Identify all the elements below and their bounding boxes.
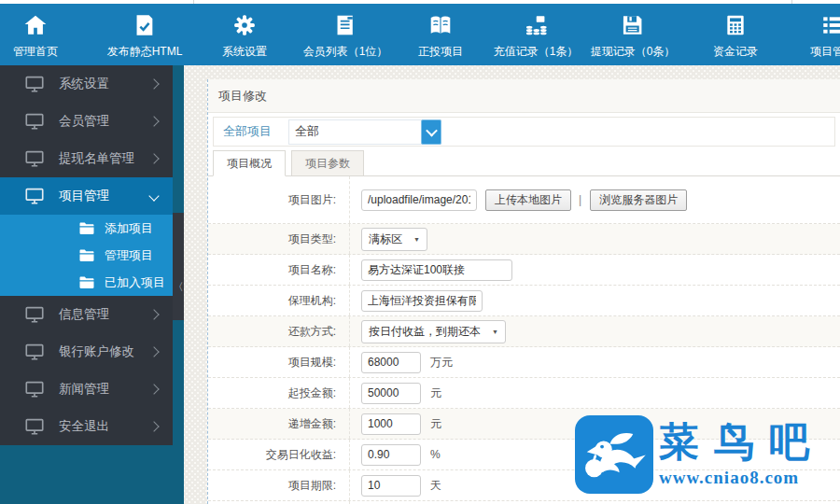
form-row-project-image: 项目图片: 上传本地图片 | 浏览服务器图片 (208, 176, 840, 224)
tab-project-overview[interactable]: 项目概况 (213, 150, 286, 176)
page-title: 项目修改 (218, 88, 267, 105)
sidebar-item-label: 系统设置 (59, 76, 109, 92)
nav-item-fund-records[interactable]: 资金记录 (713, 13, 758, 60)
top-nav: 管理首页 发布静态HTML 系统设置 会员列表（1位） 正投项目 充值记录（1条… (0, 4, 840, 65)
monitor-icon (24, 379, 45, 399)
nav-item-withdraw-records[interactable]: 提现记录（0条） (591, 13, 676, 60)
chevron-down-icon (426, 124, 438, 136)
sidebar-item-label: 信息管理 (59, 306, 109, 323)
project-image-input[interactable] (361, 189, 477, 211)
monitor-icon (24, 416, 45, 437)
field-label: 项目类型: (208, 224, 350, 254)
browse-server-image-button[interactable]: 浏览服务器图片 (590, 189, 687, 211)
nav-label: 充值记录（1条） (494, 44, 579, 60)
field-unit: 元 (430, 385, 441, 401)
nav-item-publish-html[interactable]: 发布静态HTML (107, 13, 183, 60)
sidebar-subitem-label: 已加入项目 (105, 274, 165, 291)
watermark-title: 菜鸟吧 (659, 415, 824, 468)
dove-logo-icon (575, 415, 653, 494)
project-scale-input[interactable] (361, 352, 421, 373)
sidebar-item-label: 提现名单管理 (59, 150, 134, 167)
increment-amount-input[interactable] (361, 413, 421, 435)
sidebar-item-member-management[interactable]: 会员管理 (0, 103, 173, 140)
field-label: 项目图片: (208, 176, 350, 223)
sidebar-item-label: 项目管理 (59, 188, 109, 204)
sidebar-item-label: 会员管理 (59, 113, 109, 130)
nav-item-admin-home[interactable]: 管理首页 (13, 13, 58, 60)
nav-label: 项目管理 (810, 44, 840, 60)
folder-icon (78, 221, 95, 235)
filter-selected-value: 全部 (289, 123, 319, 140)
publish-html-icon (133, 13, 157, 37)
form-row-project-type: 项目类型: 满标区 ▼ (208, 224, 840, 255)
nav-label: 资金记录 (713, 44, 758, 60)
home-icon (23, 13, 48, 37)
monitor-icon (24, 186, 45, 206)
upload-local-image-button[interactable]: 上传本地图片 (485, 189, 571, 211)
nav-item-member-list[interactable]: 会员列表（1位） (303, 13, 388, 60)
field-label: 保理机构: (208, 286, 350, 315)
form-row-guarantee-agency: 保理机构: (208, 286, 840, 316)
sidebar-item-label: 新闻管理 (59, 381, 109, 398)
nav-item-active-projects[interactable]: 正投项目 (418, 13, 463, 60)
field-label: 还款方式: (208, 316, 350, 346)
watermark-url: www.cniao8.com (659, 468, 824, 488)
sidebar-item-bank-account-edit[interactable]: 银行账户修改 (0, 333, 173, 371)
project-filter-select[interactable]: 全部 (288, 119, 441, 145)
field-label: 项目期限: (208, 470, 350, 500)
field-label: 起投金额: (208, 378, 350, 408)
sidebar-subitem-add-project[interactable]: 添加项目 (0, 215, 173, 242)
monitor-icon (24, 304, 45, 325)
sidebar-collapse-strip: 〈 (173, 65, 184, 504)
tab-bar: 项目概况 项目参数 (208, 147, 840, 176)
button-separator: | (579, 193, 581, 206)
field-label: 项目名称: (208, 255, 350, 285)
book-icon (428, 13, 453, 37)
sidebar-item-withdrawal-list-management[interactable]: 提现名单管理 (0, 140, 173, 177)
gear-icon (232, 13, 257, 37)
chevron-down-icon (148, 190, 159, 201)
coins-icon (524, 13, 548, 37)
sidebar-item-label: 安全退出 (59, 418, 109, 435)
dropdown-button[interactable] (421, 119, 441, 145)
tab-project-params[interactable]: 项目参数 (291, 150, 364, 176)
field-unit: % (430, 448, 441, 461)
daily-yield-input[interactable] (361, 444, 421, 466)
nav-label: 发布静态HTML (107, 44, 183, 60)
sidebar-subitem-joined-projects[interactable]: 已加入项目 (0, 269, 173, 296)
project-duration-input[interactable] (361, 475, 421, 497)
chevron-right-icon (148, 421, 159, 431)
list-icon (820, 13, 840, 37)
collapse-handle[interactable]: 〈 (173, 280, 184, 294)
nav-item-project-management[interactable]: 项目管理 (810, 13, 840, 60)
monitor-icon (24, 74, 45, 94)
nav-item-recharge-records[interactable]: 充值记录（1条） (494, 13, 579, 60)
calculator-icon (723, 13, 748, 37)
select-value: 满标区 (369, 231, 402, 247)
sidebar-subitem-label: 添加项目 (105, 220, 153, 237)
sidebar-item-project-management[interactable]: 项目管理 (0, 177, 173, 215)
watermark: 菜鸟吧 www.cniao8.com (575, 415, 824, 494)
guarantee-agency-input[interactable] (361, 290, 483, 312)
project-name-input[interactable] (361, 259, 512, 281)
sidebar-subitem-manage-projects[interactable]: 管理项目 (0, 242, 173, 269)
folder-icon (78, 275, 95, 289)
sidebar-item-logout[interactable]: 安全退出 (0, 408, 173, 445)
form-row-repayment-method: 还款方式: 按日付收益，到期还本 ▼ (208, 316, 840, 347)
repayment-method-select[interactable]: 按日付收益，到期还本 ▼ (361, 320, 506, 343)
field-label: 交易日化收益: (208, 440, 350, 469)
form-row-project-name: 项目名称: (208, 255, 840, 286)
field-label: 递增金额: (208, 409, 350, 439)
caret-down-icon: ▼ (413, 236, 420, 243)
sidebar-item-info-management[interactable]: 信息管理 (0, 296, 173, 333)
filter-label: 全部项目 (223, 123, 272, 140)
project-type-select[interactable]: 满标区 ▼ (361, 228, 427, 251)
nav-item-system-settings[interactable]: 系统设置 (222, 13, 267, 60)
nav-label: 提现记录（0条） (591, 44, 676, 60)
sidebar-item-system-settings[interactable]: 系统设置 (0, 65, 173, 103)
sidebar-item-news-management[interactable]: 新闻管理 (0, 371, 173, 408)
min-investment-input[interactable] (361, 383, 421, 404)
chevron-right-icon (148, 384, 159, 394)
nav-label: 管理首页 (13, 44, 58, 60)
field-unit: 元 (430, 416, 441, 432)
